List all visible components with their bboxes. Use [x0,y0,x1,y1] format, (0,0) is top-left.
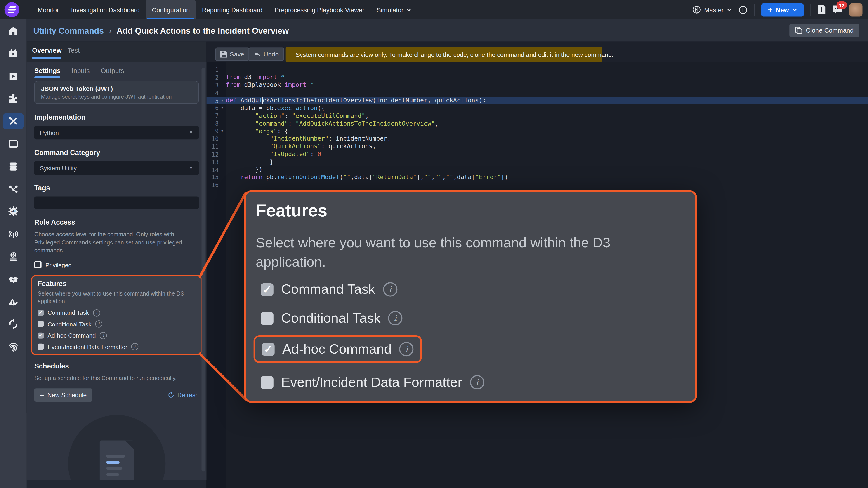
overlay-feature-checkbox[interactable] [260,376,273,389]
feature-checkbox[interactable] [38,332,44,339]
nav-item-configuration[interactable]: Configuration [146,0,196,20]
new-schedule-button[interactable]: + New Schedule [34,388,92,402]
sidebar-item-incident-edit[interactable] [7,296,19,307]
code-line-4[interactable]: 4 [206,89,868,96]
code-text: from d3 import * [226,74,285,81]
release-notes-icon[interactable] [817,5,825,14]
feature-checkbox[interactable] [38,344,44,350]
tab-test[interactable]: Test [68,46,80,54]
info-icon[interactable]: i [93,309,100,317]
code-line-14[interactable]: 14 }) [206,166,868,173]
overlay-feature-checkbox[interactable] [260,312,273,324]
tab-outputs[interactable]: Outputs [101,67,124,78]
code-line-6[interactable]: 6▾ data = pb.exec_action({ [206,104,868,112]
nav-right-cluster: Master + New 12 [692,0,863,20]
sidebar-item-investigation-board[interactable] [7,48,19,59]
tab-settings[interactable]: Settings [34,67,61,78]
sidebar-item-playbook-viewer[interactable] [7,70,19,82]
jwt-card[interactable]: JSON Web Token (JWT) Manage secret keys … [34,81,199,104]
svg-text:API: API [11,210,16,213]
command-category-select[interactable]: System Utility ▼ [34,161,199,175]
code-line-12[interactable]: 12 "IsUpdated": 0 [206,151,868,158]
code-line-11[interactable]: 11 "QuickActions": quickActions, [206,143,868,151]
code-line-15[interactable]: 15 return pb.returnOutputModel("",data["… [206,173,868,181]
d3-logo-icon[interactable] [4,2,20,17]
info-icon[interactable]: i [100,332,107,339]
sidebar-item-integrations[interactable] [7,93,19,104]
code-text: "IsUpdated": 0 [226,151,321,158]
nav-item-investigation-dashboard[interactable]: Investigation Dashboard [65,0,146,20]
sidebar-item-fingerprint[interactable] [7,341,19,353]
overlay-feature-checkbox[interactable] [260,283,273,296]
environment-switcher[interactable]: Master [692,5,732,14]
feature-checkbox[interactable] [38,310,44,316]
partners-icon [7,273,19,285]
sidebar-item-sync[interactable] [7,319,19,330]
nav-item-preprocessing-playbook-viewer[interactable]: Preprocessing Playbook Viewer [269,0,370,20]
privileged-checkbox[interactable] [34,261,41,268]
fold-marker[interactable]: ▾ [219,129,226,133]
sidebar-item-network[interactable] [7,183,19,195]
top-nav-bar: Monitor Investigation Dashboard Configur… [0,0,868,20]
chevron-down-icon [792,8,797,11]
notifications-button[interactable]: 12 [832,5,843,14]
feature-checkbox[interactable] [38,321,44,327]
feature-label: Conditional Task [48,321,92,327]
code-line-9[interactable]: 9▾ "args": { [206,127,868,135]
save-button[interactable]: Save [215,48,249,61]
sidebar-item-home[interactable] [7,25,19,37]
app-root: Monitor Investigation Dashboard Configur… [0,0,868,488]
nav-item-reporting-dashboard[interactable]: Reporting Dashboard [196,0,269,20]
line-number: 3 [206,82,219,88]
info-icon[interactable]: i [383,282,397,297]
code-line-5[interactable]: 5▾def AddQuickActionsToTheIncidentOvervi… [206,97,868,104]
code-text: "QuickActions": quickActions, [226,143,376,150]
undo-button[interactable]: Undo [249,48,284,61]
code-line-8[interactable]: 8 "command": "AddQuickActionsToTheIncide… [206,120,868,127]
features-section: Features Select where you want to use th… [31,275,202,355]
sidebar-item-web[interactable] [7,251,19,263]
sidebar-item-window[interactable] [7,138,19,150]
sidebar-item-utility-commands[interactable] [7,116,19,127]
tags-input[interactable] [34,196,199,209]
nav-item-monitor[interactable]: Monitor [32,0,65,20]
implementation-select[interactable]: Python ▼ [34,126,199,139]
overlay-feature-checkbox[interactable] [262,343,274,355]
code-line-13[interactable]: 13 } [206,158,868,166]
sidebar-item-partners[interactable] [7,273,19,285]
fold-marker[interactable]: ▾ [219,106,226,110]
user-avatar[interactable] [849,3,863,16]
breadcrumb-section-link[interactable]: Utility Commands [33,26,104,35]
tab-overview[interactable]: Overview [32,46,62,54]
sidebar-item-broadcast[interactable] [7,228,19,240]
clone-command-button[interactable]: Clone Command [789,24,859,37]
notification-badge: 12 [836,1,847,9]
info-icon[interactable] [739,5,747,14]
code-line-1[interactable]: 1 [206,66,868,73]
undo-icon [254,51,261,57]
fold-marker[interactable]: ▾ [219,98,226,103]
page-title: Add Quick Actions to the Incident Overvi… [117,26,289,35]
sidebar-item-database[interactable] [7,161,19,172]
info-icon[interactable]: i [95,321,102,328]
info-icon[interactable]: i [388,311,403,325]
schedules-description: Set up a schedule for this Command to ru… [34,374,199,382]
code-text: from d3playbook import * [226,82,314,89]
save-icon [220,51,227,57]
code-line-3[interactable]: 3from d3playbook import * [206,81,868,89]
tab-inputs[interactable]: Inputs [72,67,90,78]
refresh-link[interactable]: Refresh [168,392,199,398]
info-icon[interactable]: i [131,343,138,350]
code-line-2[interactable]: 2from d3 import * [206,73,868,81]
new-button[interactable]: + New [761,3,804,16]
nav-item-simulator-label: Simulator [377,6,403,13]
info-icon[interactable]: i [399,342,414,356]
code-line-16[interactable]: 16 [206,181,868,189]
overlay-feature-row: Ad-hoc Commandi [260,340,415,359]
nav-item-simulator[interactable]: Simulator [370,0,417,20]
code-line-7[interactable]: 7 "action": "executeUtilCommand", [206,112,868,120]
code-line-10[interactable]: 10 "IncidentNumber": incidentNumber, [206,135,868,143]
sidebar-item-api-settings[interactable]: API [7,206,19,217]
info-icon[interactable]: i [470,375,485,390]
panel-scrollbar[interactable] [202,68,205,471]
